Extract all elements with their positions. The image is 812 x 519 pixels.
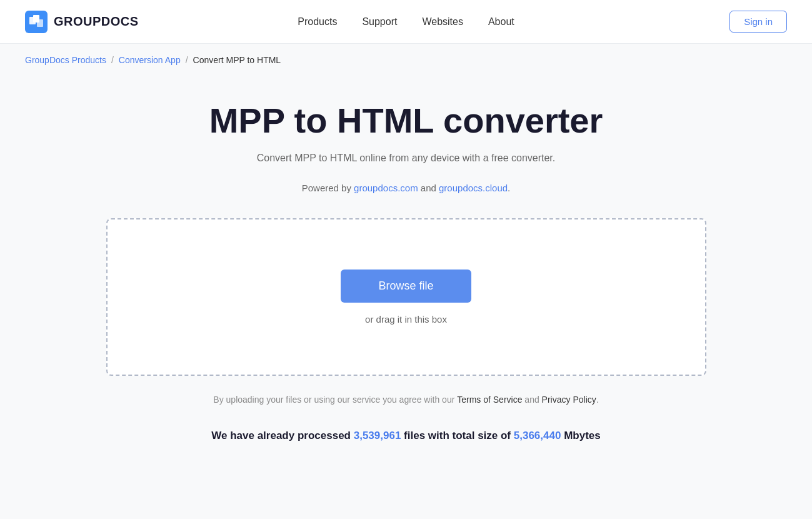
- page-title: MPP to HTML converter: [106, 101, 706, 140]
- powered-by-prefix: Powered by: [302, 183, 354, 193]
- privacy-policy-link[interactable]: Privacy Policy: [542, 395, 596, 405]
- breadcrumb-groupdocs[interactable]: GroupDocs Products: [25, 55, 106, 65]
- breadcrumb-separator-2: /: [186, 55, 188, 65]
- logo[interactable]: GROUPDOCS: [25, 11, 139, 33]
- powered-by-suffix: .: [508, 183, 510, 193]
- stats: We have already processed 3,539,961 file…: [106, 430, 706, 442]
- main-nav: Products Support Websites About: [298, 16, 514, 28]
- terms-of-service-link[interactable]: Terms of Service: [457, 395, 522, 405]
- main-content: MPP to HTML converter Convert MPP to HTM…: [94, 76, 719, 480]
- stats-files-suffix: files with total size of: [401, 430, 513, 441]
- terms-text: By uploading your files or using our ser…: [106, 395, 706, 405]
- breadcrumb-conversion-app[interactable]: Conversion App: [119, 55, 181, 65]
- drop-zone[interactable]: Browse file or drag it in this box: [106, 218, 706, 376]
- nav-about[interactable]: About: [488, 16, 514, 28]
- stats-files-count: 3,539,961: [354, 430, 401, 441]
- terms-and: and: [522, 395, 541, 405]
- stats-size-count: 5,366,440: [514, 430, 561, 441]
- breadcrumb-separator-1: /: [111, 55, 114, 65]
- powered-by-and: and: [418, 183, 439, 193]
- drag-text: or drag it in this box: [365, 314, 447, 325]
- sign-in-button[interactable]: Sign in: [729, 11, 787, 33]
- nav-websites[interactable]: Websites: [422, 16, 463, 28]
- powered-by: Powered by groupdocs.com and groupdocs.c…: [106, 183, 706, 193]
- logo-icon: [25, 11, 48, 33]
- browse-file-button[interactable]: Browse file: [341, 270, 471, 303]
- header: GROUPDOCS Products Support Websites Abou…: [0, 0, 812, 44]
- breadcrumb-current: Convert MPP to HTML: [193, 55, 281, 65]
- nav-support[interactable]: Support: [362, 16, 397, 28]
- stats-size-suffix: Mbytes: [561, 430, 600, 441]
- terms-prefix: By uploading your files or using our ser…: [213, 395, 457, 405]
- page-subtitle: Convert MPP to HTML online from any devi…: [106, 153, 706, 164]
- breadcrumb: GroupDocs Products / Conversion App / Co…: [0, 44, 812, 76]
- groupdocs-cloud-link[interactable]: groupdocs.cloud: [439, 183, 508, 193]
- stats-prefix: We have already processed: [211, 430, 353, 441]
- logo-text: GROUPDOCS: [54, 14, 139, 29]
- terms-suffix: .: [596, 395, 599, 405]
- svg-rect-3: [33, 15, 39, 23]
- groupdocs-com-link[interactable]: groupdocs.com: [354, 183, 418, 193]
- nav-products[interactable]: Products: [298, 16, 337, 28]
